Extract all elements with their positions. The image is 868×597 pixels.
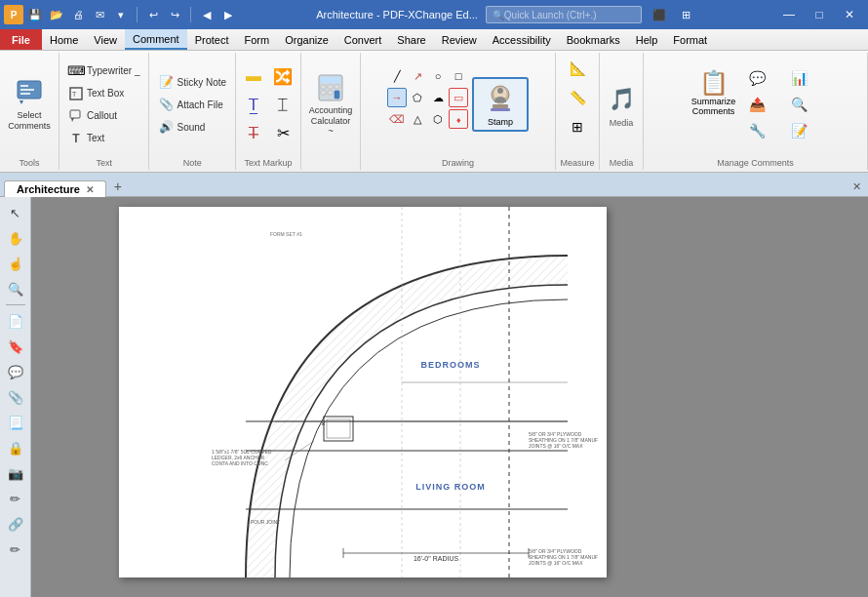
media-play-icon[interactable]: 🎵 <box>604 82 639 117</box>
print-button[interactable]: 🖨 <box>68 5 88 24</box>
sound-button[interactable]: 🔊 Sound <box>153 116 231 138</box>
svg-text:16'-0" RADIUS: 16'-0" RADIUS <box>414 555 459 562</box>
text-buttons: ⌨ Typewriter _ T Text Box <box>63 60 144 149</box>
manage-sm-4[interactable]: 📊 <box>780 65 819 91</box>
underline-button[interactable]: T̲ <box>240 91 267 118</box>
sidebar-sign-tool[interactable]: ✏ <box>4 537 27 561</box>
sidebar-snapshots-panel[interactable]: 📷 <box>4 461 27 485</box>
save-button[interactable]: 💾 <box>25 5 45 24</box>
measure-icon-2[interactable]: 📏 <box>564 84 591 111</box>
media-label: Media <box>610 118 634 128</box>
svg-rect-15 <box>328 91 333 95</box>
sidebar-security-panel[interactable]: 🔒 <box>4 436 27 459</box>
toolbar-right-icon[interactable]: ⬛ <box>650 5 669 24</box>
menu-bar: File Home View Comment Protect Form Orga… <box>0 29 868 51</box>
rect-outline-tool[interactable]: □ <box>449 66 468 86</box>
line-tool[interactable]: ╱ <box>387 66 407 86</box>
sticky-note-button[interactable]: 📝 Sticky Note <box>153 71 231 93</box>
menu-form[interactable]: Form <box>237 29 278 50</box>
sidebar-cursor-tool[interactable]: ↖ <box>4 201 27 224</box>
diamond-tool[interactable]: ⬧ <box>449 109 468 129</box>
sidebar-hand-tool[interactable]: ✋ <box>4 226 27 250</box>
pentagon-tool[interactable]: ⬠ <box>408 88 427 107</box>
sidebar-pages-panel[interactable]: 📄 <box>4 309 27 333</box>
select-comments-button[interactable]: SelectComments <box>4 73 55 136</box>
cloud-tool[interactable]: ☁ <box>428 88 448 107</box>
insert-text-button[interactable]: ⌶ <box>269 91 296 118</box>
typewriter-button[interactable]: ⌨ Typewriter _ <box>63 60 144 82</box>
back-button[interactable]: ◀ <box>197 5 217 24</box>
callout-button[interactable]: Callout <box>63 105 144 127</box>
sidebar-bookmarks-panel[interactable]: 🔖 <box>4 335 27 358</box>
ribbon-group-tools: SelectComments Tools <box>0 53 59 170</box>
menu-bookmarks[interactable]: Bookmarks <box>559 29 628 50</box>
redo-button[interactable]: ↪ <box>165 5 184 24</box>
manage-comments-content: 📋 SummarizeComments 💬 📤 🔧 📊 🔍 📝 <box>692 55 819 168</box>
minimize-button[interactable]: — <box>774 5 804 24</box>
sound-label: Sound <box>177 122 205 133</box>
sidebar-comments-panel[interactable]: 💬 <box>4 360 27 383</box>
tab-architecture[interactable]: Architecture ✕ <box>4 180 106 197</box>
toolbar-screen[interactable]: ⊞ <box>677 5 696 24</box>
menu-home[interactable]: Home <box>42 29 86 50</box>
svg-rect-3 <box>20 93 30 95</box>
manage-sm-1[interactable]: 💬 <box>738 65 777 91</box>
text-button[interactable]: T Text <box>63 128 144 149</box>
tab-close-button[interactable]: ✕ <box>86 184 94 195</box>
accounting-calculator-button[interactable]: AccountingCalculator ~ <box>305 68 356 140</box>
menu-view[interactable]: View <box>86 29 125 50</box>
menu-help[interactable]: Help <box>628 29 666 50</box>
close-button[interactable]: ✕ <box>835 5 864 24</box>
sidebar-select-tool[interactable]: ☝ <box>4 252 27 275</box>
open-button[interactable]: 📂 <box>47 5 66 24</box>
menu-accessibility[interactable]: Accessibility <box>485 29 559 50</box>
close-doc-button[interactable]: ✕ <box>845 177 868 196</box>
manage-sm-2[interactable]: 📤 <box>738 92 777 117</box>
circle-tool[interactable]: ○ <box>428 66 448 86</box>
toolbar-more[interactable]: ▾ <box>111 5 131 24</box>
tm-col-1: ▬ T̲ T̶ <box>240 62 267 146</box>
triangle-tool[interactable]: △ <box>408 109 427 129</box>
sidebar-layers-panel[interactable]: 📃 <box>4 411 27 434</box>
arrow-tool[interactable]: ↗ <box>408 66 427 86</box>
pdf-viewer[interactable]: BEDROOMS LIVING ROOM 16'-0" RADIUS FORM … <box>31 197 868 597</box>
manage-sm-3[interactable]: 🔧 <box>738 118 777 143</box>
highlight-button[interactable]: ▬ <box>240 62 267 90</box>
ribbon-group-manage-comments: 📋 SummarizeComments 💬 📤 🔧 📊 🔍 📝 Manage C… <box>644 53 868 170</box>
sidebar-zoom-tool[interactable]: 🔍 <box>4 277 27 300</box>
sidebar-attachments-panel[interactable]: 📎 <box>4 385 27 409</box>
summarize-button[interactable]: 📋 SummarizeComments <box>692 65 735 120</box>
add-tab-button[interactable]: + <box>106 177 130 196</box>
manage-sm-6[interactable]: 📝 <box>780 118 819 143</box>
attach-file-button[interactable]: 📎 Attach File <box>153 94 231 115</box>
drawing-group-label: Drawing <box>361 158 555 168</box>
menu-comment[interactable]: Comment <box>125 29 187 50</box>
menu-protect[interactable]: Protect <box>187 29 237 50</box>
sidebar-link-tool[interactable]: 🔗 <box>4 512 27 536</box>
measure-icon-1[interactable]: 📐 <box>564 55 591 82</box>
svg-text:JOINTS @ 16" O/C MAX: JOINTS @ 16" O/C MAX <box>529 560 583 566</box>
menu-format[interactable]: Format <box>665 29 715 50</box>
undo-button[interactable]: ↩ <box>143 5 163 24</box>
rect-fill-tool[interactable]: ▭ <box>449 88 468 107</box>
stamp-button[interactable]: Stamp <box>472 77 529 132</box>
sidebar-edit-tool[interactable]: ✏ <box>4 487 27 510</box>
quick-launch-input[interactable]: 🔍 Quick Launch (Ctrl+.) <box>486 6 642 23</box>
eraser-tool[interactable]: ⌫ <box>387 109 407 129</box>
email-button[interactable]: ✉ <box>90 5 109 24</box>
polygon-tool[interactable]: ⬡ <box>428 109 448 129</box>
arrow-right-tool[interactable]: → <box>387 88 407 107</box>
menu-share[interactable]: Share <box>389 29 433 50</box>
textbox-button[interactable]: T Text Box <box>63 83 144 104</box>
measure-icon-3[interactable]: ⊞ <box>564 113 591 140</box>
menu-review[interactable]: Review <box>434 29 485 50</box>
delete-text-button[interactable]: ✂ <box>269 119 296 146</box>
maximize-button[interactable]: □ <box>805 5 834 24</box>
replace-text-button[interactable]: 🔀 <box>269 62 296 90</box>
forward-button[interactable]: ▶ <box>218 5 238 24</box>
menu-organize[interactable]: Organize <box>277 29 336 50</box>
strikethrough-button[interactable]: T̶ <box>240 119 267 146</box>
menu-convert[interactable]: Convert <box>336 29 390 50</box>
manage-sm-5[interactable]: 🔍 <box>780 92 819 117</box>
menu-file[interactable]: File <box>0 29 42 50</box>
